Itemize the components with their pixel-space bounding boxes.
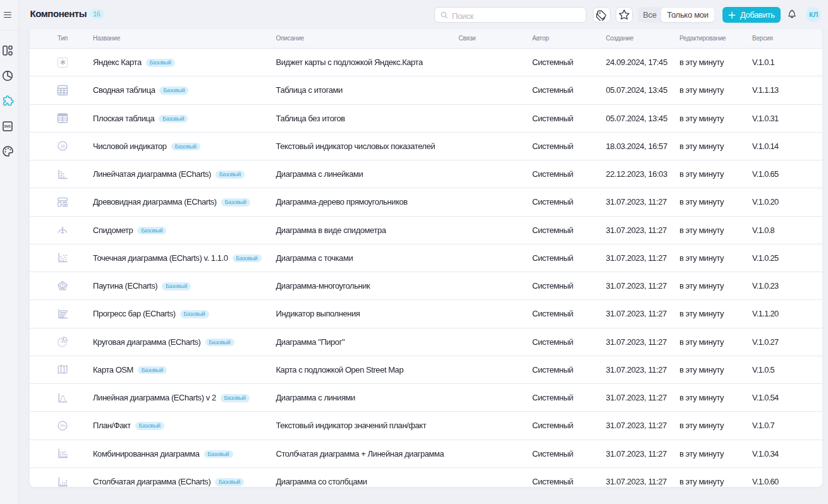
svg-text:16: 16 xyxy=(61,144,65,148)
svg-text:SVG: SVG xyxy=(4,124,11,128)
svg-text:75%: 75% xyxy=(60,424,66,428)
